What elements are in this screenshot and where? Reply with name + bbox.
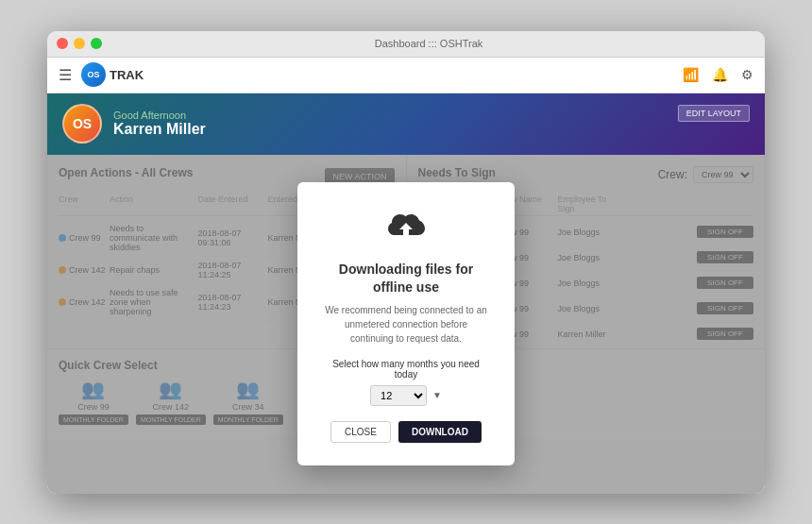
avatar: OS: [62, 104, 102, 144]
months-select[interactable]: 12 1 3 6 24: [370, 385, 427, 406]
minimize-button[interactable]: [74, 38, 85, 49]
modal-buttons: CLOSE DOWNLOAD: [324, 421, 488, 443]
modal-dialog: Downloading files for offline use We rec…: [297, 182, 515, 465]
logo-initials: OS: [87, 70, 99, 79]
chevron-down-icon: ▼: [432, 390, 442, 400]
hamburger-icon[interactable]: ☰: [59, 66, 72, 84]
bell-icon[interactable]: 🔔: [712, 67, 728, 82]
download-button[interactable]: DOWNLOAD: [398, 421, 482, 443]
modal-overlay: Downloading files for offline use We rec…: [47, 155, 765, 494]
user-name: Karren Miller: [113, 121, 206, 138]
logo: OS TRAK: [81, 62, 144, 87]
modal-subtitle: We recommend being connected to an unmet…: [324, 303, 488, 346]
close-button[interactable]: [57, 38, 68, 49]
traffic-lights: [57, 38, 102, 49]
title-bar: Dashboard ::: OSHTrak: [47, 31, 765, 58]
close-button[interactable]: CLOSE: [330, 421, 391, 443]
header-banner: OS Good Afternoon Karren Miller EDIT LAY…: [47, 93, 765, 155]
user-info: Good Afternoon Karren Miller: [113, 110, 206, 138]
modal-select-label: Select how many months you need today: [324, 359, 488, 380]
window-title: Dashboard ::: OSHTrak: [102, 38, 755, 49]
wifi-icon: 📶: [683, 67, 699, 82]
modal-select-row: 12 1 3 6 24 ▼: [324, 385, 488, 406]
logo-text: TRAK: [110, 68, 144, 82]
maximize-button[interactable]: [91, 38, 102, 49]
main-content: Open Actions - All Crews NEW ACTION Crew…: [47, 155, 765, 494]
nav-bar: ☰ OS TRAK 📶 🔔 ⚙: [47, 58, 765, 93]
mac-window: Dashboard ::: OSHTrak ☰ OS TRAK 📶 🔔 ⚙ OS…: [47, 31, 765, 494]
logo-circle: OS: [81, 62, 106, 87]
nav-icons: 📶 🔔 ⚙: [683, 67, 753, 82]
edit-layout-button[interactable]: EDIT LAYOUT: [678, 105, 750, 122]
greeting-text: Good Afternoon: [113, 110, 206, 121]
download-cloud-icon: [324, 205, 488, 251]
gear-icon[interactable]: ⚙: [741, 67, 753, 82]
modal-title: Downloading files for offline use: [324, 261, 488, 295]
